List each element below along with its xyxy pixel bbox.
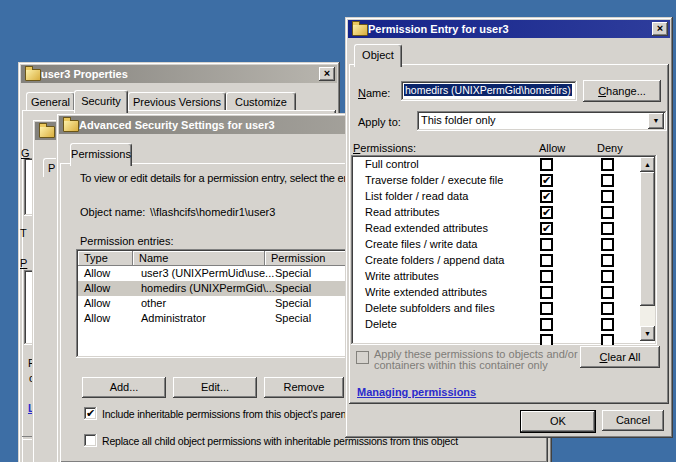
- permission-name: Delete: [365, 318, 397, 330]
- cell-name: user3 (UNIXPermUid\use...: [141, 266, 274, 281]
- allow-checkbox[interactable]: ✔: [540, 190, 553, 203]
- managing-permissions-link[interactable]: Managing permissions: [357, 386, 476, 398]
- tab-security[interactable]: Security: [74, 90, 128, 113]
- folder-icon: [39, 126, 55, 138]
- folder-icon: [63, 120, 79, 132]
- scroll-down-icon[interactable]: ▼: [640, 326, 655, 341]
- permission-row[interactable]: [353, 333, 639, 345]
- deny-checkbox[interactable]: [601, 222, 614, 235]
- deny-checkbox[interactable]: [601, 270, 614, 283]
- permission-row[interactable]: Write extended attributes: [353, 285, 639, 301]
- allow-checkbox[interactable]: [540, 158, 553, 171]
- permission-row[interactable]: Read attributes✔: [353, 205, 639, 221]
- advanced-instruction: To view or edit details for a permission…: [80, 172, 356, 184]
- permission-entry-titlebar[interactable]: Permission Entry for user3: [348, 20, 670, 38]
- cell-name: other: [141, 296, 166, 311]
- allow-checkbox[interactable]: [540, 238, 553, 251]
- permission-row[interactable]: List folder / read data✔: [353, 189, 639, 205]
- permission-row[interactable]: Traverse folder / execute file✔: [353, 173, 639, 189]
- permission-entry-close-icon[interactable]: ×: [652, 22, 668, 36]
- name-label: Name:: [358, 87, 390, 99]
- permission-name: Create folders / append data: [365, 254, 504, 266]
- scrollbar-track[interactable]: [640, 306, 655, 326]
- tab-previous-versions[interactable]: Previous Versions: [128, 92, 226, 111]
- name-field[interactable]: homedirs (UNIXPermGid\homedirs): [401, 81, 577, 101]
- desktop: user3 Properties × General Security Prev…: [0, 0, 676, 462]
- folder-icon: [25, 69, 41, 81]
- deny-header: Deny: [597, 142, 623, 154]
- properties-text-fragment: G: [21, 147, 30, 159]
- deny-checkbox[interactable]: [601, 318, 614, 331]
- column-header-name[interactable]: Name: [133, 251, 265, 266]
- apply-these-checkbox: [356, 351, 369, 364]
- permission-row[interactable]: Delete: [353, 317, 639, 333]
- tab-object[interactable]: Object: [354, 44, 402, 67]
- remove-button[interactable]: Remove: [264, 377, 344, 398]
- folder-icon: [352, 24, 368, 36]
- deny-checkbox[interactable]: [601, 286, 614, 299]
- permission-row[interactable]: Create files / write data: [353, 237, 639, 253]
- dropdown-arrow-icon[interactable]: ▼: [648, 113, 664, 129]
- replace-child-checkbox[interactable]: [84, 434, 97, 447]
- name-field-selected-text: homedirs (UNIXPermGid\homedirs): [404, 84, 572, 96]
- edit-button[interactable]: Edit...: [173, 377, 257, 398]
- cell-permission: Special: [275, 266, 311, 281]
- object-name-value: \\flashcifs\homedir1\user3: [150, 206, 275, 218]
- allow-checkbox[interactable]: ✔: [540, 206, 553, 219]
- deny-checkbox[interactable]: [601, 254, 614, 267]
- allow-checkbox[interactable]: [540, 318, 553, 331]
- ok-button[interactable]: OK: [520, 410, 596, 433]
- properties-text-fragment: T: [20, 227, 27, 239]
- permission-entries-label: Permission entries:: [80, 235, 174, 247]
- permission-entry-dialog: Permission Entry for user3 × Object Name…: [345, 17, 673, 438]
- add-button[interactable]: Add...: [82, 377, 166, 398]
- include-inheritable-checkbox[interactable]: ✔: [84, 407, 97, 420]
- deny-checkbox[interactable]: [601, 158, 614, 171]
- allow-checkbox[interactable]: [540, 334, 553, 345]
- allow-checkbox[interactable]: [540, 254, 553, 267]
- deny-checkbox[interactable]: [601, 302, 614, 315]
- deny-checkbox[interactable]: [601, 206, 614, 219]
- tab-customize[interactable]: Customize: [226, 92, 296, 111]
- deny-checkbox[interactable]: [601, 190, 614, 203]
- scroll-up-icon[interactable]: ▲: [640, 157, 655, 172]
- tab-permissions[interactable]: Permissions: [70, 143, 132, 166]
- permission-row[interactable]: Read extended attributes✔: [353, 221, 639, 237]
- permission-name: Write extended attributes: [365, 286, 487, 298]
- allow-checkbox[interactable]: ✔: [540, 222, 553, 235]
- allow-checkbox[interactable]: [540, 270, 553, 283]
- allow-checkbox[interactable]: [540, 302, 553, 315]
- permission-row[interactable]: Full control: [353, 157, 639, 173]
- column-header-type[interactable]: Type: [78, 251, 133, 266]
- permission-row[interactable]: Write attributes: [353, 269, 639, 285]
- change-button[interactable]: Change...: [583, 80, 661, 102]
- allow-checkbox[interactable]: ✔: [540, 174, 553, 187]
- deny-checkbox[interactable]: [601, 334, 614, 345]
- deny-checkbox[interactable]: [601, 174, 614, 187]
- clear-all-button[interactable]: Clear All: [580, 346, 660, 368]
- cell-type: Allow: [84, 311, 110, 326]
- properties-titlebar[interactable]: user3 Properties: [21, 65, 337, 83]
- allow-header: Allow: [539, 142, 565, 154]
- permission-row[interactable]: Delete subfolders and files: [353, 301, 639, 317]
- cancel-button[interactable]: Cancel: [602, 410, 664, 431]
- apply-to-dropdown[interactable]: This folder only ▼: [417, 111, 667, 131]
- permissions-label: Permissions:: [353, 142, 416, 154]
- permission-entry-title: Permission Entry for user3: [368, 20, 509, 38]
- properties-title: user3 Properties: [41, 65, 128, 83]
- advanced-title: Advanced Security Settings for user3: [79, 116, 275, 134]
- cell-permission: Special: [275, 311, 311, 326]
- tab-general[interactable]: General: [26, 92, 75, 111]
- permission-name: Create files / write data: [365, 238, 478, 250]
- properties-close-icon[interactable]: ×: [319, 67, 335, 81]
- apply-these-label-line2: containers within this container only: [374, 359, 548, 371]
- permission-name: Write attributes: [365, 270, 439, 282]
- permission-row[interactable]: Create folders / append data: [353, 253, 639, 269]
- allow-checkbox[interactable]: [540, 286, 553, 299]
- cell-type: Allow: [84, 266, 110, 281]
- apply-to-label: Apply to:: [358, 116, 401, 128]
- scrollbar-thumb[interactable]: [640, 172, 655, 306]
- deny-checkbox[interactable]: [601, 238, 614, 251]
- cell-type: Allow: [84, 296, 110, 311]
- permissions-list[interactable]: ▲ ▼ Full controlTraverse folder / execut…: [351, 155, 657, 345]
